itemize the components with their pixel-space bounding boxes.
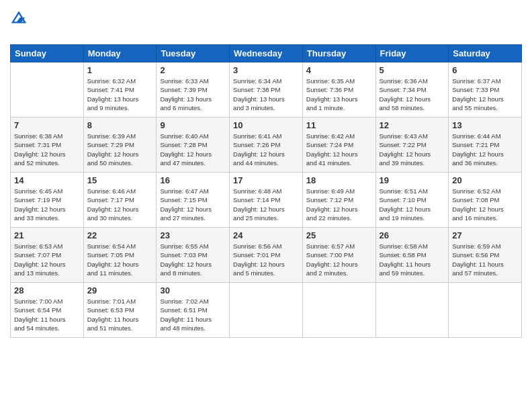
calendar-cell: 27Sunrise: 6:59 AM Sunset: 6:56 PM Dayli…: [449, 228, 522, 283]
day-info: Sunrise: 6:56 AM Sunset: 7:01 PM Dayligh…: [233, 242, 299, 277]
day-info: Sunrise: 6:43 AM Sunset: 7:22 PM Dayligh…: [380, 132, 445, 167]
week-row-2: 7Sunrise: 6:38 AM Sunset: 7:31 PM Daylig…: [11, 118, 522, 173]
day-number: 4: [306, 65, 372, 75]
day-number: 9: [160, 120, 226, 130]
page-header: [10, 7, 522, 39]
day-info: Sunrise: 7:01 AM Sunset: 6:53 PM Dayligh…: [87, 297, 153, 332]
day-number: 29: [87, 285, 153, 295]
calendar-cell: [11, 62, 84, 118]
calendar-cell: [230, 283, 303, 338]
calendar-cell: 14Sunrise: 6:45 AM Sunset: 7:19 PM Dayli…: [11, 173, 84, 228]
day-number: 2: [160, 65, 226, 75]
day-number: 25: [306, 230, 372, 240]
day-info: Sunrise: 6:36 AM Sunset: 7:34 PM Dayligh…: [380, 77, 445, 112]
day-info: Sunrise: 6:48 AM Sunset: 7:14 PM Dayligh…: [233, 187, 299, 222]
calendar-table: SundayMondayTuesdayWednesdayThursdayFrid…: [10, 44, 522, 338]
day-info: Sunrise: 6:34 AM Sunset: 7:38 PM Dayligh…: [233, 77, 299, 112]
calendar-cell: 11Sunrise: 6:42 AM Sunset: 7:24 PM Dayli…: [302, 118, 375, 173]
day-number: 28: [14, 285, 80, 295]
header-tuesday: Tuesday: [157, 45, 230, 62]
calendar-cell: 12Sunrise: 6:43 AM Sunset: 7:22 PM Dayli…: [375, 118, 449, 173]
day-number: 30: [160, 285, 226, 295]
day-number: 17: [233, 175, 299, 185]
calendar-cell: 15Sunrise: 6:46 AM Sunset: 7:17 PM Dayli…: [83, 173, 157, 228]
header-thursday: Thursday: [302, 45, 375, 62]
calendar-cell: 2Sunrise: 6:33 AM Sunset: 7:39 PM Daylig…: [157, 62, 230, 118]
calendar-cell: 23Sunrise: 6:55 AM Sunset: 7:03 PM Dayli…: [157, 228, 230, 283]
day-info: Sunrise: 6:44 AM Sunset: 7:21 PM Dayligh…: [452, 132, 518, 167]
day-info: Sunrise: 6:51 AM Sunset: 7:10 PM Dayligh…: [380, 187, 445, 222]
calendar-cell: 5Sunrise: 6:36 AM Sunset: 7:34 PM Daylig…: [375, 62, 449, 118]
header-monday: Monday: [83, 45, 157, 62]
day-number: 18: [306, 175, 372, 185]
week-row-3: 14Sunrise: 6:45 AM Sunset: 7:19 PM Dayli…: [11, 173, 522, 228]
day-info: Sunrise: 6:47 AM Sunset: 7:15 PM Dayligh…: [160, 187, 226, 222]
calendar-cell: 13Sunrise: 6:44 AM Sunset: 7:21 PM Dayli…: [449, 118, 522, 173]
day-number: 12: [380, 120, 445, 130]
day-number: 24: [233, 230, 299, 240]
day-number: 23: [160, 230, 226, 240]
calendar-cell: 9Sunrise: 6:40 AM Sunset: 7:28 PM Daylig…: [157, 118, 230, 173]
day-number: 11: [306, 120, 372, 130]
calendar-cell: 17Sunrise: 6:48 AM Sunset: 7:14 PM Dayli…: [230, 173, 303, 228]
day-number: 1: [87, 65, 153, 75]
day-info: Sunrise: 7:02 AM Sunset: 6:51 PM Dayligh…: [160, 297, 226, 332]
day-info: Sunrise: 6:46 AM Sunset: 7:17 PM Dayligh…: [87, 187, 153, 222]
calendar-header-row: SundayMondayTuesdayWednesdayThursdayFrid…: [11, 45, 522, 62]
day-number: 3: [233, 65, 299, 75]
day-number: 13: [452, 120, 518, 130]
day-info: Sunrise: 6:33 AM Sunset: 7:39 PM Dayligh…: [160, 77, 226, 112]
day-number: 8: [87, 120, 153, 130]
day-number: 26: [380, 230, 445, 240]
week-row-5: 28Sunrise: 7:00 AM Sunset: 6:54 PM Dayli…: [11, 283, 522, 338]
day-number: 19: [380, 175, 445, 185]
header-wednesday: Wednesday: [230, 45, 303, 62]
logo: [10, 10, 26, 39]
day-info: Sunrise: 6:53 AM Sunset: 7:07 PM Dayligh…: [14, 242, 80, 277]
header-friday: Friday: [375, 45, 449, 62]
week-row-1: 1Sunrise: 6:32 AM Sunset: 7:41 PM Daylig…: [11, 62, 522, 118]
day-info: Sunrise: 6:41 AM Sunset: 7:26 PM Dayligh…: [233, 132, 299, 167]
day-number: 7: [14, 120, 80, 130]
calendar-cell: 10Sunrise: 6:41 AM Sunset: 7:26 PM Dayli…: [230, 118, 303, 173]
day-info: Sunrise: 6:42 AM Sunset: 7:24 PM Dayligh…: [306, 132, 372, 167]
day-info: Sunrise: 6:55 AM Sunset: 7:03 PM Dayligh…: [160, 242, 226, 277]
calendar-cell: [302, 283, 375, 338]
day-info: Sunrise: 7:00 AM Sunset: 6:54 PM Dayligh…: [14, 297, 80, 332]
day-number: 10: [233, 120, 299, 130]
calendar-cell: 22Sunrise: 6:54 AM Sunset: 7:05 PM Dayli…: [83, 228, 157, 283]
calendar-cell: 20Sunrise: 6:52 AM Sunset: 7:08 PM Dayli…: [449, 173, 522, 228]
header-saturday: Saturday: [449, 45, 522, 62]
calendar-cell: 29Sunrise: 7:01 AM Sunset: 6:53 PM Dayli…: [83, 283, 157, 338]
calendar-cell: [449, 283, 522, 338]
day-info: Sunrise: 6:57 AM Sunset: 7:00 PM Dayligh…: [306, 242, 372, 277]
logo-icon: [11, 10, 26, 25]
day-number: 5: [380, 65, 445, 75]
day-number: 22: [87, 230, 153, 240]
day-info: Sunrise: 6:58 AM Sunset: 6:58 PM Dayligh…: [380, 242, 445, 277]
calendar-cell: 19Sunrise: 6:51 AM Sunset: 7:10 PM Dayli…: [375, 173, 449, 228]
calendar-cell: [375, 283, 449, 338]
day-number: 21: [14, 230, 80, 240]
calendar-cell: 7Sunrise: 6:38 AM Sunset: 7:31 PM Daylig…: [11, 118, 84, 173]
day-info: Sunrise: 6:37 AM Sunset: 7:33 PM Dayligh…: [452, 77, 518, 112]
calendar-cell: 24Sunrise: 6:56 AM Sunset: 7:01 PM Dayli…: [230, 228, 303, 283]
day-info: Sunrise: 6:59 AM Sunset: 6:56 PM Dayligh…: [452, 242, 518, 277]
calendar-cell: 6Sunrise: 6:37 AM Sunset: 7:33 PM Daylig…: [449, 62, 522, 118]
calendar-cell: 18Sunrise: 6:49 AM Sunset: 7:12 PM Dayli…: [302, 173, 375, 228]
header-sunday: Sunday: [11, 45, 84, 62]
calendar-cell: 21Sunrise: 6:53 AM Sunset: 7:07 PM Dayli…: [11, 228, 84, 283]
calendar-cell: 8Sunrise: 6:39 AM Sunset: 7:29 PM Daylig…: [83, 118, 157, 173]
day-number: 16: [160, 175, 226, 185]
day-info: Sunrise: 6:49 AM Sunset: 7:12 PM Dayligh…: [306, 187, 372, 222]
day-number: 15: [87, 175, 153, 185]
day-info: Sunrise: 6:54 AM Sunset: 7:05 PM Dayligh…: [87, 242, 153, 277]
calendar-cell: 28Sunrise: 7:00 AM Sunset: 6:54 PM Dayli…: [11, 283, 84, 338]
calendar-cell: 16Sunrise: 6:47 AM Sunset: 7:15 PM Dayli…: [157, 173, 230, 228]
day-number: 14: [14, 175, 80, 185]
week-row-4: 21Sunrise: 6:53 AM Sunset: 7:07 PM Dayli…: [11, 228, 522, 283]
calendar-cell: 30Sunrise: 7:02 AM Sunset: 6:51 PM Dayli…: [157, 283, 230, 338]
calendar-cell: 3Sunrise: 6:34 AM Sunset: 7:38 PM Daylig…: [230, 62, 303, 118]
calendar-cell: 25Sunrise: 6:57 AM Sunset: 7:00 PM Dayli…: [302, 228, 375, 283]
calendar-cell: 4Sunrise: 6:35 AM Sunset: 7:36 PM Daylig…: [302, 62, 375, 118]
